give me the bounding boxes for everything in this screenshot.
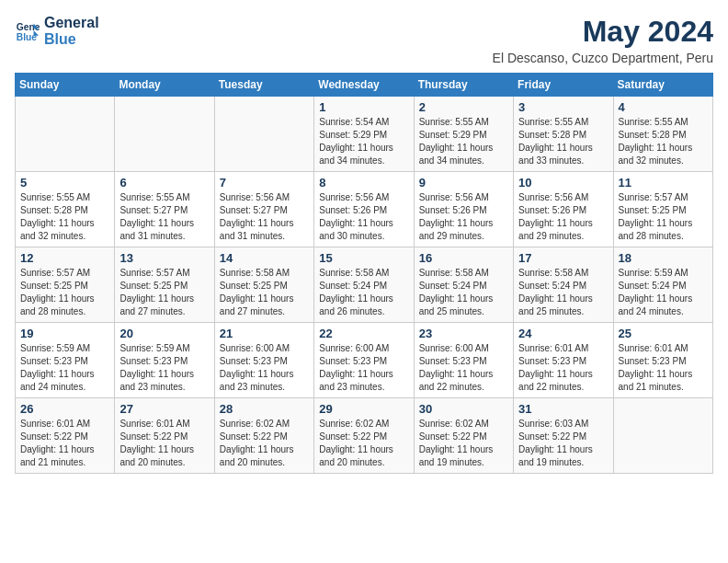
title-block: May 2024 El Descanso, Cuzco Department, … — [493, 15, 713, 65]
calendar-cell: 21Sunrise: 6:00 AMSunset: 5:23 PMDayligh… — [214, 323, 313, 398]
day-number: 9 — [419, 176, 508, 190]
day-number: 28 — [220, 402, 309, 416]
calendar-cell: 8Sunrise: 5:56 AMSunset: 5:26 PMDaylight… — [314, 172, 414, 247]
calendar-cell: 30Sunrise: 6:02 AMSunset: 5:22 PMDayligh… — [414, 398, 513, 474]
day-number: 16 — [419, 251, 508, 265]
cell-sun-info: Sunrise: 5:55 AMSunset: 5:28 PMDaylight:… — [20, 191, 109, 243]
day-number: 23 — [419, 327, 508, 340]
day-number: 5 — [20, 176, 109, 190]
logo-icon: General Blue — [15, 18, 40, 44]
calendar-cell: 9Sunrise: 5:56 AMSunset: 5:26 PMDaylight… — [414, 172, 513, 247]
week-row-3: 12Sunrise: 5:57 AMSunset: 5:25 PMDayligh… — [16, 247, 713, 323]
day-number: 8 — [319, 176, 408, 190]
day-number: 27 — [119, 402, 209, 416]
cell-sun-info: Sunrise: 5:55 AMSunset: 5:28 PMDaylight:… — [518, 116, 608, 167]
logo: General Blue General Blue — [15, 15, 99, 47]
day-number: 2 — [419, 100, 508, 114]
cell-sun-info: Sunrise: 6:02 AMSunset: 5:22 PMDaylight:… — [319, 418, 408, 469]
week-row-2: 5Sunrise: 5:55 AMSunset: 5:28 PMDaylight… — [16, 172, 713, 247]
day-number: 11 — [619, 176, 708, 190]
cell-sun-info: Sunrise: 6:00 AMSunset: 5:23 PMDaylight:… — [419, 342, 508, 394]
calendar-cell: 27Sunrise: 6:01 AMSunset: 5:22 PMDayligh… — [115, 398, 214, 474]
calendar-cell: 23Sunrise: 6:00 AMSunset: 5:23 PMDayligh… — [414, 323, 513, 398]
day-number: 14 — [220, 251, 309, 265]
day-header-sunday: Sunday — [16, 74, 115, 97]
cell-sun-info: Sunrise: 5:57 AMSunset: 5:25 PMDaylight:… — [619, 191, 708, 243]
calendar-cell: 4Sunrise: 5:55 AMSunset: 5:28 PMDaylight… — [613, 97, 712, 172]
cell-sun-info: Sunrise: 5:58 AMSunset: 5:24 PMDaylight:… — [419, 267, 508, 318]
day-number: 24 — [518, 327, 608, 340]
calendar-cell: 25Sunrise: 6:01 AMSunset: 5:23 PMDayligh… — [613, 323, 712, 398]
cell-sun-info: Sunrise: 6:02 AMSunset: 5:22 PMDaylight:… — [419, 418, 508, 469]
cell-sun-info: Sunrise: 6:00 AMSunset: 5:23 PMDaylight:… — [319, 342, 408, 394]
month-year-title: May 2024 — [493, 15, 713, 49]
cell-sun-info: Sunrise: 5:56 AMSunset: 5:27 PMDaylight:… — [220, 191, 309, 243]
calendar-cell: 14Sunrise: 5:58 AMSunset: 5:25 PMDayligh… — [214, 247, 313, 323]
cell-sun-info: Sunrise: 5:57 AMSunset: 5:25 PMDaylight:… — [119, 267, 209, 318]
cell-sun-info: Sunrise: 5:58 AMSunset: 5:24 PMDaylight:… — [319, 267, 408, 318]
cell-sun-info: Sunrise: 5:59 AMSunset: 5:24 PMDaylight:… — [619, 267, 708, 318]
calendar-cell: 16Sunrise: 5:58 AMSunset: 5:24 PMDayligh… — [414, 247, 513, 323]
day-header-tuesday: Tuesday — [214, 74, 313, 97]
cell-sun-info: Sunrise: 5:57 AMSunset: 5:25 PMDaylight:… — [20, 267, 109, 318]
calendar-cell: 18Sunrise: 5:59 AMSunset: 5:24 PMDayligh… — [613, 247, 712, 323]
calendar-cell: 22Sunrise: 6:00 AMSunset: 5:23 PMDayligh… — [314, 323, 414, 398]
day-number: 17 — [518, 251, 608, 265]
cell-sun-info: Sunrise: 5:56 AMSunset: 5:26 PMDaylight:… — [319, 191, 408, 243]
calendar-cell: 3Sunrise: 5:55 AMSunset: 5:28 PMDaylight… — [514, 97, 613, 172]
calendar-cell — [214, 97, 313, 172]
calendar-cell — [613, 398, 712, 474]
calendar-cell: 2Sunrise: 5:55 AMSunset: 5:29 PMDaylight… — [414, 97, 513, 172]
week-row-5: 26Sunrise: 6:01 AMSunset: 5:22 PMDayligh… — [16, 398, 713, 474]
calendar-cell: 29Sunrise: 6:02 AMSunset: 5:22 PMDayligh… — [314, 398, 414, 474]
calendar-cell — [115, 97, 214, 172]
cell-sun-info: Sunrise: 5:55 AMSunset: 5:29 PMDaylight:… — [419, 116, 508, 167]
days-header-row: SundayMondayTuesdayWednesdayThursdayFrid… — [16, 74, 713, 97]
cell-sun-info: Sunrise: 6:01 AMSunset: 5:23 PMDaylight:… — [518, 342, 608, 394]
day-number: 7 — [220, 176, 309, 190]
calendar-cell: 1Sunrise: 5:54 AMSunset: 5:29 PMDaylight… — [314, 97, 414, 172]
calendar-cell: 31Sunrise: 6:03 AMSunset: 5:22 PMDayligh… — [514, 398, 613, 474]
cell-sun-info: Sunrise: 6:01 AMSunset: 5:22 PMDaylight:… — [20, 418, 109, 469]
day-number: 19 — [20, 327, 109, 340]
week-row-1: 1Sunrise: 5:54 AMSunset: 5:29 PMDaylight… — [16, 97, 713, 172]
day-header-friday: Friday — [514, 74, 613, 97]
cell-sun-info: Sunrise: 5:56 AMSunset: 5:26 PMDaylight:… — [518, 191, 608, 243]
day-header-thursday: Thursday — [414, 74, 513, 97]
calendar-cell: 28Sunrise: 6:02 AMSunset: 5:22 PMDayligh… — [214, 398, 313, 474]
cell-sun-info: Sunrise: 5:54 AMSunset: 5:29 PMDaylight:… — [319, 116, 408, 167]
day-number: 13 — [119, 251, 209, 265]
cell-sun-info: Sunrise: 5:58 AMSunset: 5:24 PMDaylight:… — [518, 267, 608, 318]
calendar-cell: 17Sunrise: 5:58 AMSunset: 5:24 PMDayligh… — [514, 247, 613, 323]
day-number: 31 — [518, 402, 608, 416]
cell-sun-info: Sunrise: 6:02 AMSunset: 5:22 PMDaylight:… — [220, 418, 309, 469]
day-number: 3 — [518, 100, 608, 114]
day-number: 6 — [119, 176, 209, 190]
calendar-cell: 13Sunrise: 5:57 AMSunset: 5:25 PMDayligh… — [115, 247, 214, 323]
calendar-cell: 26Sunrise: 6:01 AMSunset: 5:22 PMDayligh… — [16, 398, 115, 474]
logo-general-text: General — [44, 15, 99, 31]
day-number: 29 — [319, 402, 408, 416]
cell-sun-info: Sunrise: 6:03 AMSunset: 5:22 PMDaylight:… — [518, 418, 608, 469]
day-header-saturday: Saturday — [613, 74, 712, 97]
day-number: 20 — [119, 327, 209, 340]
cell-sun-info: Sunrise: 5:56 AMSunset: 5:26 PMDaylight:… — [419, 191, 508, 243]
calendar-cell: 20Sunrise: 5:59 AMSunset: 5:23 PMDayligh… — [115, 323, 214, 398]
day-number: 30 — [419, 402, 508, 416]
page-header: General Blue General Blue May 2024 El De… — [15, 15, 713, 65]
day-number: 21 — [220, 327, 309, 340]
calendar-table: SundayMondayTuesdayWednesdayThursdayFrid… — [15, 73, 713, 474]
calendar-cell: 10Sunrise: 5:56 AMSunset: 5:26 PMDayligh… — [514, 172, 613, 247]
day-number: 18 — [619, 251, 708, 265]
cell-sun-info: Sunrise: 5:55 AMSunset: 5:27 PMDaylight:… — [119, 191, 209, 243]
day-number: 1 — [319, 100, 408, 114]
calendar-cell: 7Sunrise: 5:56 AMSunset: 5:27 PMDaylight… — [214, 172, 313, 247]
day-number: 15 — [319, 251, 408, 265]
cell-sun-info: Sunrise: 5:58 AMSunset: 5:25 PMDaylight:… — [220, 267, 309, 318]
logo-blue-text: Blue — [44, 31, 99, 48]
calendar-cell: 11Sunrise: 5:57 AMSunset: 5:25 PMDayligh… — [613, 172, 712, 247]
calendar-cell: 24Sunrise: 6:01 AMSunset: 5:23 PMDayligh… — [514, 323, 613, 398]
calendar-cell: 12Sunrise: 5:57 AMSunset: 5:25 PMDayligh… — [16, 247, 115, 323]
day-number: 22 — [319, 327, 408, 340]
cell-sun-info: Sunrise: 5:59 AMSunset: 5:23 PMDaylight:… — [20, 342, 109, 394]
